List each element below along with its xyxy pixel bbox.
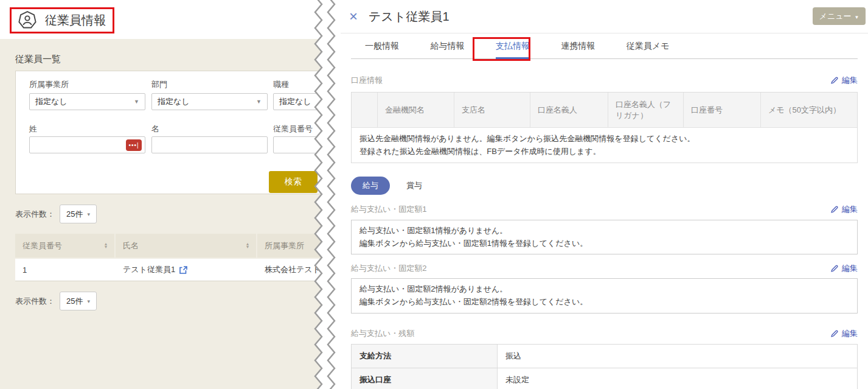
firstname-label: 名 (151, 124, 159, 135)
remainder-row-label: 支給方法 (352, 345, 498, 368)
bonus-pill-button[interactable]: 賞与 (406, 180, 422, 191)
table-row: 支給方法 振込 (352, 345, 857, 368)
external-link-icon[interactable] (179, 265, 188, 275)
drawer-header: × テスト従業員1 メニュー▼ (341, 0, 868, 33)
caret-down-icon: ▼ (256, 99, 262, 105)
left-header-bar: 従業員情報 (0, 0, 339, 39)
fixed2-empty-message: 給与支払い・固定額2情報がありません。 編集ボタンから給与支払い・固定額2情報を… (351, 278, 858, 314)
app-window: 従業員情報 従業員一覧 所属事業所 部門 職種 指定なし ▼ 指定なし ▼ 指定… (0, 0, 868, 389)
page-title: 従業員情報 (18, 11, 106, 29)
tab-payment[interactable]: 支払情報 (496, 33, 530, 59)
account-section-title: 口座情報 (351, 75, 383, 86)
fixed1-section-title: 給与支払い・固定額1 (351, 204, 427, 215)
salary-pill-button[interactable]: 給与 (351, 177, 390, 195)
per-page-label: 表示件数： (15, 209, 55, 220)
employee-list-body: 従業員一覧 所属事業所 部門 職種 指定なし ▼ 指定なし ▼ 指定なし 姓 名 (0, 39, 339, 389)
col-name[interactable]: 氏名 ▴▾ (116, 234, 257, 258)
search-button[interactable]: 検索 (269, 171, 318, 193)
caret-down-icon: ▼ (134, 99, 139, 105)
col-bank-name: 金融機関名 (378, 93, 454, 127)
torn-edge-divider (313, 0, 341, 389)
remainder-section-title: 給与支払い・残額 (351, 328, 414, 339)
sort-icon[interactable]: ▴▾ (105, 243, 107, 248)
firstname-input[interactable] (151, 136, 268, 153)
bank-account-table: 金融機関名 支店名 口座名義人 口座名義人（フリガナ） 口座番号 メモ（50文字… (351, 92, 858, 163)
fixed1-empty-message: 給与支払い・固定額1情報がありません。 編集ボタンから給与支払い・固定額1情報を… (351, 220, 858, 255)
jobtype-filter-label: 職種 (273, 79, 289, 90)
caret-down-icon: ▾ (87, 211, 90, 217)
list-heading: 従業員一覧 (15, 54, 61, 65)
detail-tabs: 一般情報 給与情報 支払情報 連携情報 従業員メモ (351, 33, 858, 59)
tab-memo[interactable]: 従業員メモ (627, 33, 670, 59)
cell-empno: 1 (15, 259, 116, 281)
pencil-icon (830, 76, 839, 85)
menu-button[interactable]: メニュー▼ (813, 7, 866, 25)
bank-table-header: 金融機関名 支店名 口座名義人 口座名義人（フリガナ） 口座番号 メモ（50文字… (352, 93, 857, 127)
fixed2-section-header: 給与支払い・固定額2 編集 (351, 263, 858, 273)
lastname-label: 姓 (29, 124, 37, 135)
pencil-icon (830, 264, 839, 273)
col-empno[interactable]: 従業員番号 ▴▾ (15, 234, 116, 258)
employee-table-header: 従業員番号 ▴▾ 氏名 ▴▾ 所属事業所 (15, 234, 339, 258)
account-section-header: 口座情報 編集 (351, 75, 858, 85)
col-account-no: 口座番号 (684, 93, 761, 127)
department-select[interactable]: 指定なし ▼ (151, 93, 268, 110)
remainder-section-header: 給与支払い・残額 編集 (351, 328, 858, 338)
per-page-control-top: 表示件数： 25件 ▾ (15, 205, 97, 223)
pencil-icon (830, 329, 839, 338)
fixed2-edit-link[interactable]: 編集 (830, 263, 858, 274)
tab-integration[interactable]: 連携情報 (561, 33, 595, 59)
payment-tab-content: 口座情報 編集 金融機関名 支店名 口座名義人 口座名義人（フリガナ） 口座番号… (341, 75, 868, 389)
person-badge-icon (18, 11, 36, 29)
per-page-select[interactable]: 25件 ▾ (60, 292, 97, 310)
department-filter-label: 部門 (151, 79, 167, 90)
fixed1-edit-link[interactable]: 編集 (830, 204, 858, 215)
caret-down-icon: ▾ (87, 298, 90, 304)
search-filter-card: 所属事業所 部門 職種 指定なし ▼ 指定なし ▼ 指定なし 姓 名 従業員番号 (15, 71, 339, 194)
remainder-row-label: 振込口座 (352, 368, 498, 389)
pencil-icon (830, 205, 839, 214)
empno-label: 従業員番号 (273, 124, 313, 135)
fixed2-section-title: 給与支払い・固定額2 (351, 263, 427, 274)
col-holder: 口座名義人 (530, 93, 608, 127)
caret-down-icon: ▼ (855, 15, 859, 20)
office-select[interactable]: 指定なし ▼ (29, 93, 145, 110)
col-branch-name: 支店名 (454, 93, 530, 127)
account-edit-link[interactable]: 編集 (830, 75, 858, 86)
per-page-control-bottom: 表示件数： 25件 ▾ (15, 292, 97, 310)
lastname-input[interactable]: •••| (29, 136, 145, 153)
cell-name: テスト従業員1 (116, 259, 257, 281)
bank-empty-message: 振込先金融機関情報がありません。編集ボタンから振込先金融機関情報を登録してくださ… (352, 127, 857, 163)
drawer-title: テスト従業員1 (369, 9, 450, 25)
col-holder-kana: 口座名義人（フリガナ） (608, 93, 684, 127)
tab-salary[interactable]: 給与情報 (430, 33, 464, 59)
remainder-row-value: 未設定 (498, 368, 857, 389)
col-blank (352, 93, 378, 127)
close-icon[interactable]: × (349, 7, 358, 26)
per-page-select[interactable]: 25件 ▾ (60, 205, 97, 223)
table-row: 振込口座 未設定 (352, 368, 857, 389)
office-filter-label: 所属事業所 (29, 79, 69, 90)
tab-general[interactable]: 一般情報 (365, 33, 399, 59)
autofill-extension-icon[interactable]: •••| (126, 139, 142, 151)
page-title-text: 従業員情報 (45, 12, 106, 29)
employee-list-panel: 従業員情報 従業員一覧 所属事業所 部門 職種 指定なし ▼ 指定なし ▼ 指定… (0, 0, 339, 389)
remainder-table: 支給方法 振込 振込口座 未設定 (351, 344, 858, 389)
sort-icon[interactable]: ▴▾ (246, 243, 249, 248)
employee-detail-drawer: × テスト従業員1 メニュー▼ 一般情報 給与情報 支払情報 連携情報 従業員メ… (341, 0, 868, 389)
col-memo: メモ（50文字以内） (761, 93, 857, 127)
fixed1-section-header: 給与支払い・固定額1 編集 (351, 205, 858, 215)
table-row: 1 テスト従業員1 株式会社テスト (15, 258, 339, 281)
remainder-edit-link[interactable]: 編集 (830, 328, 858, 339)
pay-type-toggle: 給与 賞与 (351, 177, 858, 195)
per-page-label: 表示件数： (15, 296, 55, 307)
remainder-row-value: 振込 (498, 345, 857, 368)
employee-table: 従業員番号 ▴▾ 氏名 ▴▾ 所属事業所 1 テスト従業員1 (15, 234, 339, 281)
